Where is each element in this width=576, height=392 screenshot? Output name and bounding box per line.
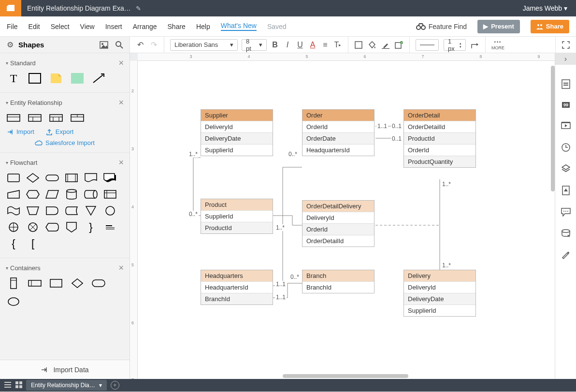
cat-flowchart[interactable]: ▾Flowchart× — [5, 156, 125, 170]
cont-5[interactable] — [92, 278, 105, 289]
menu-whatsnew[interactable]: What's New — [221, 22, 257, 31]
er-shape-3[interactable] — [49, 113, 63, 123]
shape-rect[interactable] — [28, 73, 42, 84]
fc-data[interactable] — [45, 189, 59, 200]
export-link[interactable]: Export — [46, 128, 74, 135]
linewidth-select[interactable]: 1 px▴▾ — [444, 39, 466, 51]
cont-2[interactable] — [28, 278, 42, 289]
fc-manualinput[interactable] — [7, 189, 20, 200]
er-shape-4[interactable] — [71, 113, 84, 123]
fc-db[interactable] — [65, 189, 78, 200]
fc-display[interactable] — [45, 222, 59, 232]
entity-order[interactable]: Order OrderId OrderDate HeadquartersId — [302, 109, 374, 156]
add-page-button[interactable]: + — [111, 381, 119, 390]
entity-hq[interactable]: Headquarters HeadquartersId BranchId — [201, 270, 273, 305]
cont-4[interactable] — [71, 278, 84, 289]
fc-connector[interactable] — [103, 205, 117, 216]
italic-icon[interactable]: I — [283, 41, 292, 49]
entity-delivery[interactable]: Delivery DeliveryId DeliveryDate Supplie… — [403, 270, 476, 317]
er-shape-1[interactable] — [7, 113, 20, 123]
vscrollbar[interactable] — [550, 61, 555, 374]
textoptions-icon[interactable]: T▸ — [333, 41, 342, 49]
close-icon[interactable]: × — [118, 98, 124, 108]
bold-icon[interactable]: B — [271, 41, 279, 49]
collapse-icon[interactable]: › — [555, 53, 576, 65]
entity-odd[interactable]: OrderDetailDelivery DeliveryId OrderId O… — [302, 200, 374, 247]
page[interactable]: 1..* 0..* 1..* 0..* 1..1 0..1 0..1 1..* … — [138, 61, 555, 379]
redo-icon[interactable]: ↷ — [149, 41, 158, 49]
linetype-icon[interactable] — [471, 41, 479, 49]
doc-tab[interactable]: Entity Relationship Dia…▾ — [26, 380, 107, 391]
entity-product[interactable]: Product SupplierId ProductId — [201, 199, 273, 234]
menu-share[interactable]: Share — [168, 23, 186, 30]
er-shape-2[interactable] — [28, 113, 42, 123]
fc-sum[interactable] — [26, 222, 40, 232]
menu-view[interactable]: View — [80, 23, 95, 30]
doc-title[interactable]: Entity Relationship Diagram Exa… — [27, 4, 131, 12]
user-menu[interactable]: James Webb ▾ — [523, 4, 576, 12]
fc-multidoc[interactable] — [103, 173, 117, 183]
close-icon[interactable]: × — [118, 263, 124, 273]
fullscreen-icon[interactable] — [562, 41, 570, 49]
fc-offpage[interactable] — [65, 222, 78, 232]
shape-arrow[interactable] — [92, 73, 105, 84]
underline-icon[interactable]: U — [296, 41, 304, 49]
fc-rect[interactable] — [7, 173, 20, 183]
entity-branch[interactable]: Branch BranchId — [302, 270, 374, 293]
cont-3[interactable] — [49, 278, 63, 289]
font-select[interactable]: Liberation Sans▾ — [170, 39, 238, 51]
bordercolor-icon[interactable] — [381, 41, 390, 49]
fc-brace-l[interactable]: { — [7, 238, 20, 249]
more-button[interactable]: •••MORE — [491, 40, 504, 50]
fc-doc[interactable] — [84, 173, 98, 183]
comment-icon[interactable]: 99 — [562, 102, 570, 109]
image-icon[interactable] — [100, 41, 108, 49]
shapeoptions-icon[interactable] — [395, 41, 403, 49]
edit-title-icon[interactable]: ✎ — [136, 5, 141, 12]
cat-entityrel[interactable]: ▾Entity Relationship× — [5, 96, 125, 110]
textcolor-icon[interactable]: A — [308, 41, 317, 49]
close-icon[interactable]: × — [118, 158, 124, 168]
grid-icon[interactable] — [15, 381, 22, 390]
fc-tape[interactable] — [7, 205, 20, 216]
shape-block[interactable] — [71, 73, 84, 84]
shapefill-icon[interactable] — [354, 41, 363, 49]
present-button[interactable]: ▶ Present — [477, 20, 520, 33]
menu-select[interactable]: Select — [51, 23, 70, 30]
fill-icon[interactable] — [368, 41, 376, 49]
cont-1[interactable] — [7, 278, 20, 289]
presentation-icon[interactable] — [561, 122, 571, 131]
close-icon[interactable]: × — [118, 58, 124, 68]
import-link[interactable]: Import — [7, 128, 34, 135]
share-button[interactable]: Share — [531, 20, 569, 33]
history-icon[interactable] — [562, 143, 570, 152]
fc-brace-r[interactable]: } — [84, 222, 98, 232]
fc-delay[interactable] — [45, 205, 59, 216]
fc-directdata[interactable] — [84, 189, 98, 200]
entity-supplier[interactable]: Supplier DeliveryId DeliveryDate Supplie… — [201, 109, 273, 156]
shape-note[interactable] — [49, 73, 63, 84]
nav-icon[interactable] — [562, 79, 570, 89]
page-props-icon[interactable] — [562, 186, 570, 195]
app-logo[interactable] — [0, 0, 21, 16]
canvas[interactable]: 3 4 5 6 7 8 9 2 3 4 5 6 7 — [130, 53, 555, 379]
fc-predef[interactable] — [65, 173, 78, 183]
feature-find[interactable]: Feature Find — [416, 23, 467, 30]
cat-containers[interactable]: ▾Containers× — [5, 261, 125, 275]
fc-storeddata[interactable] — [65, 205, 78, 216]
outline-icon[interactable] — [4, 381, 12, 390]
align-icon[interactable]: ≡ — [321, 41, 330, 49]
cat-standard[interactable]: ▾Standard× — [5, 56, 125, 70]
import-data-button[interactable]: Import Data — [0, 360, 130, 379]
layers-icon[interactable] — [562, 164, 570, 173]
menu-help[interactable]: Help — [196, 23, 210, 30]
salesforce-import-link[interactable]: Salesforce Import — [5, 137, 125, 146]
menu-edit[interactable]: Edit — [29, 23, 40, 30]
linestyle-select[interactable] — [416, 39, 439, 51]
chat-icon[interactable] — [561, 208, 571, 217]
menu-insert[interactable]: Insert — [105, 23, 122, 30]
fc-or[interactable] — [7, 222, 20, 232]
fc-bracket[interactable]: [ — [26, 238, 40, 249]
fc-internal[interactable] — [103, 189, 117, 200]
entity-orderdetail[interactable]: OrderDetail OrderDetailId ProductId Orde… — [403, 109, 476, 168]
